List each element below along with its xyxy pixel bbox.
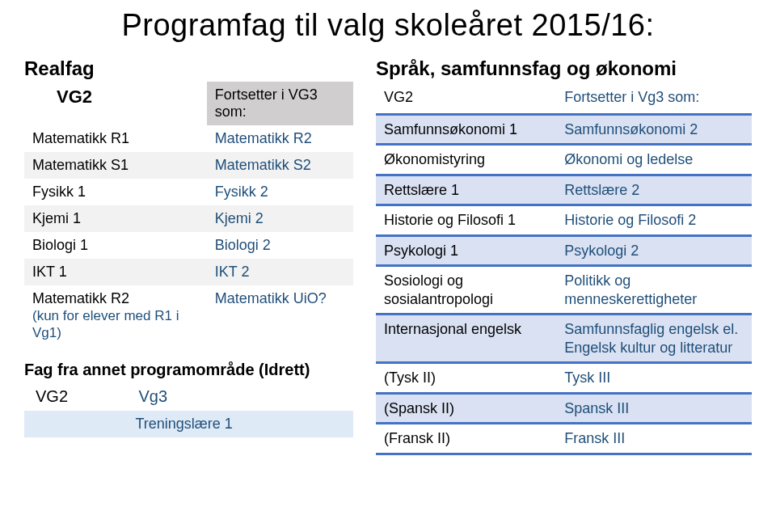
idrett-table: VG2 Vg3 Treningslære 1 — [24, 382, 353, 437]
sprak-heading: Språk, samfunnsfag og økonomi — [376, 57, 752, 80]
cell: Rettslære 1 — [376, 175, 556, 205]
table-row: Kjemi 1 Kjemi 2 — [24, 205, 353, 232]
cell: Treningslære 1 — [127, 411, 352, 437]
table-row: Matematikk R2 (kun for elever med R1 i V… — [24, 285, 353, 346]
sprak-col1-header: VG2 — [376, 82, 556, 114]
cell: Samfunnsøkonomi 1 — [376, 114, 556, 145]
idrett-heading: Fag fra annet programområde (Idrett) — [24, 361, 353, 379]
realfag-table: VG2 Fortsetter i VG3 som: Matematikk R1 … — [24, 82, 353, 346]
sprak-col2-header: Fortsetter i Vg3 som: — [556, 82, 752, 114]
table-row: Økonomistyring Økonomi og ledelse — [376, 145, 752, 175]
cell: Politikk og menneskerettigheter — [556, 266, 752, 315]
cell: Historie og Filosofi 2 — [556, 205, 752, 236]
table-row: (Spansk II) Spansk III — [376, 393, 752, 424]
cell: IKT 2 — [207, 259, 353, 285]
cell: Matematikk R1 — [24, 125, 207, 152]
cell: Biologi 1 — [24, 232, 207, 259]
right-column: Språk, samfunnsfag og økonomi VG2 Fortse… — [376, 57, 752, 455]
realfag-col1-header: VG2 — [24, 82, 207, 125]
cell: Matematikk R2 (kun for elever med R1 i V… — [24, 285, 207, 346]
cell: Økonomi og ledelse — [556, 145, 752, 175]
cell: Kjemi 1 — [24, 205, 207, 232]
table-row: Samfunnsøkonomi 1 Samfunnsøkonomi 2 — [376, 114, 752, 145]
cell: Tysk III — [556, 363, 752, 394]
cell: Fransk III — [556, 424, 752, 454]
cell: IKT 1 — [24, 259, 207, 285]
cell: Psykologi 2 — [556, 235, 752, 266]
cell: Fysikk 2 — [207, 179, 353, 205]
cell-main: Matematikk R2 — [32, 290, 129, 306]
table-row: Biologi 1 Biologi 2 — [24, 232, 353, 259]
cell: Økonomistyring — [376, 145, 556, 175]
table-row: Historie og Filosofi 1 Historie og Filos… — [376, 205, 752, 236]
cell: Samfunnsøkonomi 2 — [556, 114, 752, 145]
cell: Psykologi 1 — [376, 235, 556, 266]
table-row: Matematikk S1 Matematikk S2 — [24, 152, 353, 179]
cell: Samfunnsfaglig engelsk el. Engelsk kultu… — [556, 315, 752, 363]
cell: Internasjonal engelsk — [376, 315, 556, 363]
table-header-row: VG2 Fortsetter i Vg3 som: — [376, 82, 752, 114]
table-row: Sosiologi og sosialantropologi Politikk … — [376, 266, 752, 315]
idrett-col1-header: VG2 — [24, 382, 127, 411]
cell — [24, 411, 127, 437]
cell: (Tysk II) — [376, 363, 556, 394]
cell: Spansk III — [556, 393, 752, 424]
cell: Historie og Filosofi 1 — [376, 205, 556, 236]
page-title: Programfag til valg skoleåret 2015/16: — [24, 8, 752, 43]
cell-note: (kun for elever med R1 i Vg1) — [32, 308, 179, 340]
realfag-col2-header: Fortsetter i VG3 som: — [207, 82, 353, 125]
table-row: IKT 1 IKT 2 — [24, 259, 353, 285]
table-row: Fysikk 1 Fysikk 2 — [24, 179, 353, 205]
sprak-table: VG2 Fortsetter i Vg3 som: Samfunnsøkonom… — [376, 82, 752, 455]
table-row: Internasjonal engelsk Samfunnsfaglig eng… — [376, 315, 752, 363]
cell: (Fransk II) — [376, 424, 556, 454]
cell: Fysikk 1 — [24, 179, 207, 205]
cell: Rettslære 2 — [556, 175, 752, 205]
columns: Realfag VG2 Fortsetter i VG3 som: Matema… — [24, 57, 752, 455]
table-row: (Fransk II) Fransk III — [376, 424, 752, 454]
left-column: Realfag VG2 Fortsetter i VG3 som: Matema… — [24, 57, 353, 455]
cell: Kjemi 2 — [207, 205, 353, 232]
cell: (Spansk II) — [376, 393, 556, 424]
table-header-row: VG2 Fortsetter i VG3 som: — [24, 82, 353, 125]
realfag-heading: Realfag — [24, 57, 353, 80]
idrett-col2-header: Vg3 — [127, 382, 352, 411]
cell: Sosiologi og sosialantropologi — [376, 266, 556, 315]
table-row: Matematikk R1 Matematikk R2 — [24, 125, 353, 152]
table-row: Psykologi 1 Psykologi 2 — [376, 235, 752, 266]
cell: Matematikk S2 — [207, 152, 353, 179]
table-row: (Tysk II) Tysk III — [376, 363, 752, 394]
cell: Matematikk S1 — [24, 152, 207, 179]
cell: Matematikk R2 — [207, 125, 353, 152]
cell: Biologi 2 — [207, 232, 353, 259]
cell: Matematikk UiO? — [207, 285, 353, 346]
table-header-row: VG2 Vg3 — [24, 382, 353, 411]
table-row: Treningslære 1 — [24, 411, 353, 437]
table-row: Rettslære 1 Rettslære 2 — [376, 175, 752, 205]
